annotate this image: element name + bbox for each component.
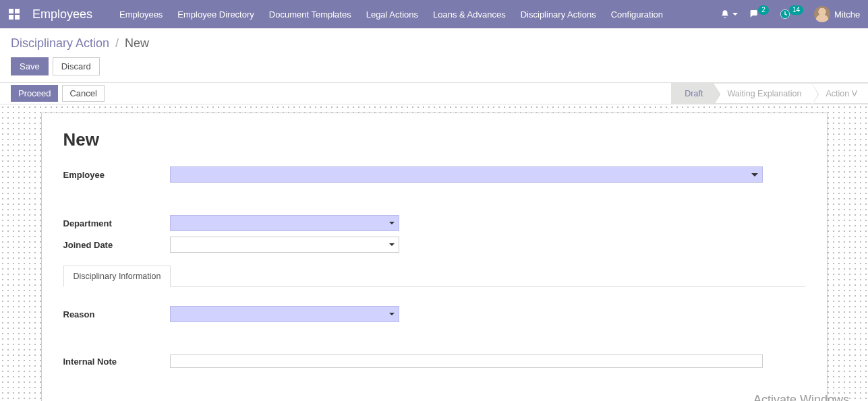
label-employee: Employee [63,170,170,180]
navbar: Employees Employees Employee Directory D… [0,0,868,28]
username: Mitche [834,9,860,20]
chevron-down-icon [732,13,738,16]
menu-disciplinary-actions[interactable]: Disciplinary Actions [521,9,596,20]
chevron-down-icon [389,243,395,246]
employee-input[interactable] [170,166,763,183]
main-menu: Employees Employee Directory Document Te… [119,9,663,20]
row-department: Department [63,215,805,231]
cancel-button[interactable]: Cancel [62,85,104,102]
department-input[interactable] [170,215,399,231]
label-joined-date: Joined Date [63,240,170,250]
label-internal-note: Internal Note [63,357,170,367]
internal-note-field[interactable] [170,354,763,368]
messages-button[interactable]: 2 [749,9,769,20]
reason-field[interactable] [170,306,399,322]
employee-field[interactable] [170,166,763,183]
notifications-button[interactable] [720,9,738,19]
view-area: New Employee Department Joined Date [0,104,868,401]
statusbar: Draft Waiting Explanation Action V [671,83,868,104]
menu-legal-actions[interactable]: Legal Actions [366,9,418,20]
stage-action-validated[interactable]: Action V [812,83,868,104]
menu-document-templates[interactable]: Document Templates [269,9,351,20]
discard-button[interactable]: Discard [53,57,100,75]
save-button[interactable]: Save [11,57,49,75]
reason-input[interactable] [170,306,399,322]
joined-date-field[interactable] [170,237,399,253]
internal-note-input[interactable] [170,354,763,368]
chevron-down-icon [389,313,395,315]
navbar-right: 2 14 Mitche [720,6,860,22]
breadcrumb-sep: / [115,36,119,50]
form-sheet: New Employee Department Joined Date [41,113,828,401]
menu-employees[interactable]: Employees [119,9,163,20]
label-department: Department [63,218,170,228]
row-employee: Employee [63,166,805,183]
bell-icon [720,9,730,19]
edit-buttons: Save Discard [11,57,857,75]
messages-badge: 2 [758,5,769,15]
department-field[interactable] [170,215,399,231]
menu-employee-directory[interactable]: Employee Directory [177,9,254,20]
row-reason: Reason [63,306,805,322]
apps-icon[interactable] [8,8,20,20]
control-panel: Disciplinary Action / New Save Discard [0,28,868,83]
page-title: New [63,129,805,150]
breadcrumb-current: New [125,36,149,50]
avatar [814,6,830,22]
menu-loans-advances[interactable]: Loans & Advances [433,9,506,20]
stage-draft[interactable]: Draft [671,83,714,104]
proceed-button[interactable]: Proceed [11,85,58,102]
stage-waiting-explanation[interactable]: Waiting Explanation [714,83,812,104]
workflow-buttons: Proceed Cancel [0,83,105,104]
app-brand[interactable]: Employees [32,7,92,22]
joined-date-input[interactable] [170,237,399,253]
row-internal-note: Internal Note [63,354,805,368]
notebook-tabs: Disciplinary Information [63,265,805,287]
chevron-down-icon [389,222,395,224]
user-menu[interactable]: Mitche [814,6,860,22]
tab-content: Reason Internal Note [63,287,805,368]
tab-disciplinary-information[interactable]: Disciplinary Information [63,266,171,287]
menu-configuration[interactable]: Configuration [611,9,663,20]
activities-button[interactable]: 14 [780,9,803,20]
breadcrumb: Disciplinary Action / New [11,36,857,51]
breadcrumb-parent[interactable]: Disciplinary Action [11,36,109,50]
label-reason: Reason [63,309,170,319]
activities-badge: 14 [789,5,803,15]
chevron-down-icon [751,173,758,177]
row-joined-date: Joined Date [63,237,805,253]
action-bar: Proceed Cancel Draft Waiting Explanation… [0,83,868,104]
